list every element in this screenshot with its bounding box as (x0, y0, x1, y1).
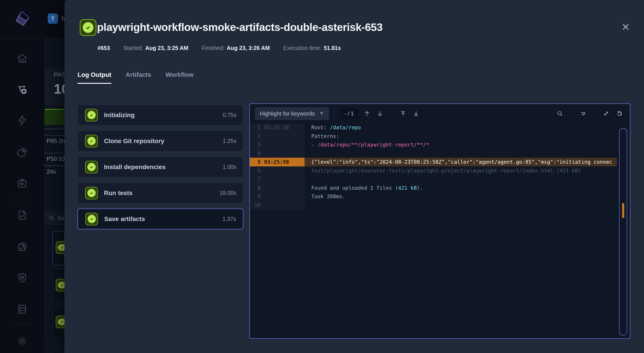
highlight-keywords-dropdown[interactable]: Highlight for keywords (255, 107, 329, 120)
line-number: 5 (250, 158, 264, 166)
sidebar-item-settings-gear[interactable] (16, 335, 29, 348)
step-passed-icon (85, 161, 98, 173)
passed-badge-icon (56, 241, 64, 254)
line-text: Took 208ms. (304, 192, 617, 201)
search-icon (48, 215, 54, 221)
sidebar-item-triggers[interactable] (16, 114, 29, 127)
tab-log-output[interactable]: Log Output (78, 71, 111, 84)
tab-workflow[interactable]: Workflow (165, 71, 194, 84)
log-line-10[interactable]: 10 (250, 201, 630, 210)
log-line-7[interactable]: 7 (250, 175, 630, 184)
execution-card[interactable] (52, 269, 64, 303)
step-name: Clone Git repository (104, 137, 164, 145)
log-line-3[interactable]: 3- /data/repo/**/playwright-report/**/* (250, 140, 630, 149)
execution-card[interactable] (52, 306, 64, 340)
step-name: Save artifacts (104, 216, 145, 223)
sidebar-item-test-suites[interactable] (16, 240, 29, 253)
log-toolbar-right (552, 109, 624, 118)
log-line-4[interactable]: 4 (250, 149, 630, 158)
sidebar-item-test-doc[interactable] (16, 209, 29, 222)
dashboard-pie-icon (16, 146, 28, 158)
step-passed-icon (85, 109, 98, 121)
log-scrollbar[interactable] (619, 128, 627, 336)
search-input[interactable]: Se (44, 211, 64, 225)
line-timestamp (264, 166, 304, 175)
test-doc-icon (16, 209, 28, 221)
execution-card[interactable] (52, 347, 64, 353)
run-passed-icon (80, 19, 96, 36)
sidebar-item-webhooks-shield[interactable] (16, 271, 29, 284)
log-line-2[interactable]: 2Patterns: (250, 132, 630, 141)
workspace-name: Te (61, 16, 64, 22)
log-toolbar: Highlight for keywords - / 1 (250, 104, 630, 123)
search-placeholder: Se (57, 215, 64, 222)
log-line-1[interactable]: 103:25:58Root: /data/repo (250, 123, 630, 132)
toolbar-divider (593, 110, 593, 117)
passed-badge-icon (56, 279, 64, 291)
sidebar-item-executors-server[interactable] (16, 303, 29, 316)
sidebar-item-home[interactable] (16, 52, 29, 65)
line-text: Root: /data/repo (304, 123, 617, 132)
next-match-button[interactable] (375, 109, 385, 118)
step-passed-icon (85, 187, 98, 199)
step-passed-icon (85, 135, 98, 147)
add-test-icon (16, 84, 28, 95)
scroll-to-top-button[interactable] (398, 109, 408, 118)
chart-bar (44, 109, 64, 125)
min-label: 24s (46, 168, 56, 175)
wrap-lines-button[interactable] (578, 109, 588, 118)
settings-gear-icon (16, 335, 28, 347)
search-log-button[interactable] (555, 109, 565, 118)
started-label: Started: (124, 45, 143, 51)
line-number: 1 (250, 123, 264, 132)
line-text: {"level":"info","ts":"2024-08-23T08:25:5… (304, 158, 617, 166)
workspace-avatar[interactable]: T (48, 13, 58, 24)
line-timestamp (264, 140, 304, 149)
sidebar-item-dashboard-pie[interactable] (16, 146, 29, 159)
p50-line (44, 153, 64, 153)
log-content: 103:25:58Root: /data/repo2Patterns:3- /d… (250, 123, 630, 209)
line-timestamp: 03:25:58 (264, 123, 304, 132)
copy-log-button[interactable] (614, 109, 624, 118)
line-number: 10 (250, 201, 264, 210)
close-button[interactable] (619, 20, 632, 33)
log-line-9[interactable]: 9Took 208ms. (250, 192, 630, 201)
step-run-tests[interactable]: Run tests19.00s (78, 183, 243, 203)
line-text (304, 149, 617, 158)
line-number: 7 (250, 175, 264, 184)
p95-line (44, 135, 64, 135)
scroll-to-bottom-button[interactable] (411, 109, 421, 118)
finished-value: Aug 23, 3:26 AM (227, 45, 270, 51)
log-viewer: Highlight for keywords - / 1 (250, 103, 630, 339)
line-number: 4 (250, 149, 264, 158)
step-initializing[interactable]: Initializing0.75s (78, 105, 243, 125)
sidebar-item-monitor[interactable] (16, 177, 29, 190)
log-line-8[interactable]: 8Found and uploaded 1 files (421 kB). (250, 184, 630, 192)
step-duration: 1.00s (223, 164, 236, 170)
toolbar-divider (570, 110, 570, 117)
line-number: 2 (250, 132, 264, 141)
line-number: 9 (250, 192, 264, 201)
tab-artifacts[interactable]: Artifacts (126, 71, 151, 84)
p50-label: P50 53s (46, 155, 64, 162)
match-counter: - / 1 (339, 108, 359, 119)
highlight-marker (622, 203, 624, 218)
prev-match-button[interactable] (362, 109, 372, 118)
sidebar-item-add-test[interactable] (16, 83, 29, 96)
run-details-modal: playwright-workflow-smoke-artifacts-doub… (64, 0, 644, 353)
execution-card[interactable] (52, 231, 64, 265)
sidebar-divider (12, 323, 32, 324)
finished-label: Finished: (202, 45, 224, 51)
log-line-5[interactable]: 503:25:58{"level":"info","ts":"2024-08-2… (250, 158, 630, 166)
line-text (304, 175, 617, 184)
step-save-artifacts[interactable]: Save artifacts1.37s (78, 209, 243, 229)
step-clone-git-repository[interactable]: Clone Git repository1.25s (78, 131, 243, 151)
line-text: test/playwright/executor-tests/playwrigh… (304, 166, 617, 175)
tab-bar: Log OutputArtifactsWorkflow (78, 71, 194, 84)
step-name: Install dependencies (104, 163, 166, 171)
executors-server-icon (16, 303, 28, 315)
log-line-6[interactable]: 6test/playwright/executor-tests/playwrig… (250, 166, 630, 175)
step-install-dependencies[interactable]: Install dependencies1.00s (78, 157, 243, 177)
axis-line (44, 129, 64, 129)
fullscreen-button[interactable] (601, 109, 611, 118)
